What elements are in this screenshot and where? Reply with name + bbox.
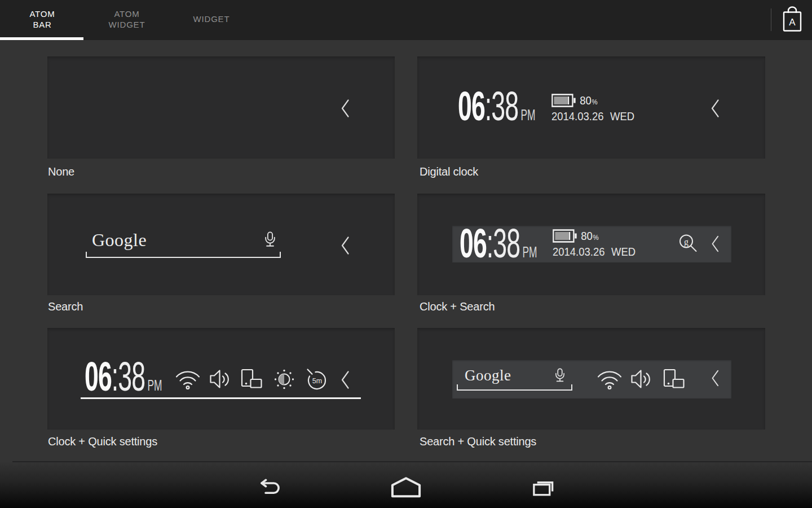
google-logo: Google xyxy=(92,230,147,251)
battery-icon xyxy=(551,94,576,107)
digital-clock: 06:38PM xyxy=(460,223,537,264)
wifi-icon xyxy=(597,369,623,390)
clock-minutes: :38 xyxy=(485,86,518,126)
tab-label: ATOM BAR xyxy=(23,8,62,30)
bar-option-none[interactable] xyxy=(47,56,395,159)
chevron-left-icon xyxy=(339,370,352,389)
home-icon xyxy=(390,476,422,498)
tab-label: ATOM WIDGET xyxy=(107,8,147,30)
header-divider xyxy=(771,8,771,31)
google-search-icon xyxy=(678,234,699,255)
percent-sign: % xyxy=(592,98,598,106)
microphone-icon xyxy=(264,231,276,251)
tab-label: WIDGET xyxy=(192,14,231,24)
back-arrow-icon xyxy=(257,479,283,497)
volume-icon xyxy=(630,367,653,391)
screen-rotation-icon xyxy=(241,369,263,390)
card-label-clock-search: Clock + Search xyxy=(420,300,495,313)
status-date: 2014.03.26 xyxy=(551,110,603,123)
clock-minutes: :38 xyxy=(487,223,520,264)
chevron-left-icon xyxy=(339,99,352,118)
status-weekday: WED xyxy=(611,245,636,259)
google-search-widget: Google xyxy=(86,230,281,258)
search-underline xyxy=(86,252,281,258)
shopping-bag-icon xyxy=(780,6,804,34)
recent-apps-icon xyxy=(531,479,556,498)
screen-timeout-icon xyxy=(304,367,329,392)
google-logo: Google xyxy=(465,367,511,384)
card-label-search: Search xyxy=(48,300,83,313)
bar-option-clock-quick-settings[interactable]: 06:38PM xyxy=(47,328,395,430)
digital-clock: 06:38PM xyxy=(458,86,535,126)
clock-meridiem: PM xyxy=(147,376,162,395)
card-label-search-quick-settings: Search + Quick settings xyxy=(420,435,536,448)
screen-rotation-icon xyxy=(663,369,686,390)
percent-sign: % xyxy=(593,233,599,242)
clock-meridiem: PM xyxy=(520,106,535,124)
chevron-left-icon xyxy=(710,235,721,253)
active-tab-underline xyxy=(0,37,83,40)
status-weekday: WED xyxy=(610,110,634,123)
clock-minutes: :38 xyxy=(112,356,145,397)
battery-icon xyxy=(553,229,577,243)
nav-home-button[interactable] xyxy=(390,476,422,498)
wifi-icon xyxy=(175,369,201,390)
card-label-none: None xyxy=(48,165,74,178)
volume-icon xyxy=(209,367,232,391)
clock-hours: 06 xyxy=(85,356,112,397)
digital-clock: 06:38PM xyxy=(85,356,162,397)
tab-widget[interactable]: WIDGET xyxy=(169,0,254,38)
bar-option-search-quick-settings[interactable]: Google xyxy=(417,328,765,430)
status-date: 2014.03.26 xyxy=(553,245,604,259)
bar-option-search[interactable]: Google xyxy=(47,194,395,295)
nav-recents-button[interactable] xyxy=(531,479,556,498)
chevron-left-icon xyxy=(709,99,722,118)
preview-bar: 06:38PM 80 % 2014.03.26 WED xyxy=(452,226,731,262)
tab-atom-widget[interactable]: ATOM WIDGET xyxy=(85,0,169,38)
search-underline xyxy=(457,384,572,391)
android-navigation-bar xyxy=(0,462,812,508)
battery-date-status: 80 % 2014.03.26 WED xyxy=(553,229,636,259)
battery-percent: 80 xyxy=(580,94,592,107)
atom-launcher-settings-screen: g xyxy=(0,0,812,508)
bar-option-clock-search[interactable]: 06:38PM 80 % 2014.03.26 WED xyxy=(417,194,765,295)
clock-hours: 06 xyxy=(460,223,487,264)
tab-atom-bar[interactable]: ATOM BAR xyxy=(0,0,85,38)
clock-meridiem: PM xyxy=(522,243,537,261)
battery-percent: 80 xyxy=(581,229,593,243)
chevron-left-icon xyxy=(710,369,721,387)
preview-bar: Google xyxy=(452,360,731,398)
chevron-left-icon xyxy=(339,236,352,255)
bar-option-digital-clock[interactable]: 06:38PM 80 % 2014.03.26 WED xyxy=(417,56,765,159)
brightness-icon xyxy=(272,367,297,392)
card-label-clock-quick-settings: Clock + Quick settings xyxy=(48,435,157,448)
atom-store-button[interactable] xyxy=(780,6,805,35)
card-label-digital-clock: Digital clock xyxy=(420,165,478,178)
microphone-icon xyxy=(554,367,566,386)
battery-date-status: 80 % 2014.03.26 WED xyxy=(551,94,634,123)
bar-underline xyxy=(81,397,361,399)
clock-hours: 06 xyxy=(458,86,485,126)
top-tab-bar: ATOM BAR ATOM WIDGET WIDGET xyxy=(0,0,812,40)
nav-back-button[interactable] xyxy=(257,479,283,497)
google-search-widget: Google xyxy=(457,366,572,391)
